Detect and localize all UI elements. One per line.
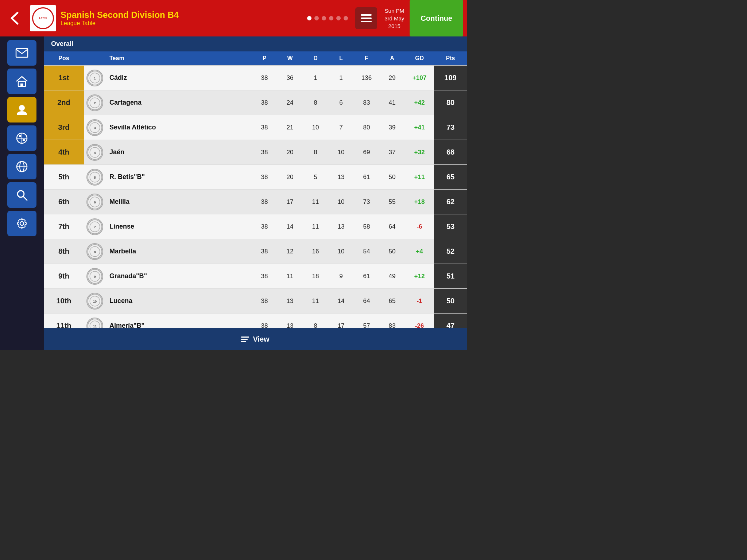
stat-f: 58	[354, 223, 379, 230]
stat-pts: 68	[434, 140, 467, 164]
table-row[interactable]: 10th 10 Lucena 38 13 11 14 64 65 -1 50	[44, 289, 467, 314]
main-layout: Overall Pos Team P W D L F A GD Pts 1st	[0, 36, 467, 350]
pos-cell: 10th	[44, 289, 84, 313]
svg-rect-8	[23, 139, 25, 141]
table-row[interactable]: 11th 11 Almería"B" 38 13 8 17 57 83 -26 …	[44, 314, 467, 328]
stat-d: 1	[303, 74, 328, 82]
stat-a: 55	[379, 198, 405, 206]
logo-cell: 10	[84, 293, 106, 310]
page-dot-2[interactable]	[314, 16, 319, 20]
page-dot-3[interactable]	[322, 16, 326, 20]
view-button[interactable]: View	[241, 335, 269, 343]
svg-line-13	[23, 197, 27, 200]
stat-l: 10	[328, 149, 354, 156]
stat-a: 41	[379, 99, 405, 106]
team-name: Granada"B"	[106, 272, 252, 280]
header-pts: Pts	[434, 55, 467, 62]
pos-cell: 5th	[44, 165, 84, 189]
footer[interactable]: View	[44, 328, 467, 350]
stat-l: 9	[328, 273, 354, 280]
header-f: F	[354, 55, 379, 62]
stat-p: 38	[252, 198, 277, 206]
table-row[interactable]: 5th 5 R. Betis"B" 38 20 5 13 61 50 +11 6…	[44, 165, 467, 190]
column-headers: Pos Team P W D L F A GD Pts	[44, 51, 467, 66]
stat-p: 38	[252, 174, 277, 181]
stat-gd: +11	[405, 174, 434, 181]
stat-pts: 109	[434, 66, 467, 90]
stat-pts: 53	[434, 214, 467, 239]
sidebar-item-team[interactable]	[7, 97, 36, 122]
team-badge: 6	[86, 194, 103, 210]
stat-l: 6	[328, 99, 354, 106]
stat-w: 11	[277, 273, 303, 280]
menu-button[interactable]	[355, 7, 377, 29]
stat-a: 65	[379, 298, 405, 305]
stat-l: 13	[328, 174, 354, 181]
date-block: Sun PM 3rd May 2015	[384, 7, 404, 30]
sidebar-item-settings[interactable]	[7, 211, 36, 236]
sidebar-item-tactics[interactable]	[7, 125, 36, 151]
view-label: View	[253, 335, 269, 343]
overall-label: Overall	[44, 36, 467, 51]
table-row[interactable]: 4th 4 Jaén 38 20 8 10 69 37 +32 68	[44, 140, 467, 165]
sidebar-item-world[interactable]	[7, 154, 36, 179]
stat-a: 50	[379, 174, 405, 181]
table-row[interactable]: 8th 8 Marbella 38 12 16 10 54 50 +4 52	[44, 239, 467, 264]
pos-cell: 7th	[44, 214, 84, 239]
stat-f: 80	[354, 124, 379, 131]
sidebar-item-mail[interactable]	[7, 40, 36, 66]
view-icon	[241, 337, 249, 342]
sidebar-item-home[interactable]	[7, 69, 36, 94]
table-row[interactable]: 7th 7 Linense 38 14 11 13 58 64 -6 53	[44, 214, 467, 239]
team-name: Cartagena	[106, 99, 252, 106]
team-name: Linense	[106, 223, 252, 230]
stat-p: 38	[252, 248, 277, 255]
header-pos: Pos	[44, 55, 84, 62]
stat-d: 10	[303, 124, 328, 131]
table-row[interactable]: 6th 6 Melilla 38 17 11 10 73 55 +18 62	[44, 190, 467, 214]
stat-l: 7	[328, 124, 354, 131]
back-button[interactable]	[4, 7, 26, 29]
continue-button[interactable]: Continue	[410, 0, 463, 36]
page-dot-5[interactable]	[336, 16, 341, 20]
stat-a: 83	[379, 322, 405, 328]
logo-cell: 11	[84, 318, 106, 328]
sidebar-item-search[interactable]	[7, 182, 36, 208]
stat-f: 61	[354, 174, 379, 181]
header-team: Team	[106, 55, 252, 62]
stat-d: 5	[303, 174, 328, 181]
stat-pts: 62	[434, 190, 467, 214]
team-badge: 8	[86, 243, 103, 260]
stat-l: 10	[328, 198, 354, 206]
stat-p: 38	[252, 124, 277, 131]
page-dot-1[interactable]	[307, 16, 311, 20]
stat-d: 8	[303, 149, 328, 156]
page-dot-6[interactable]	[344, 16, 348, 20]
svg-text:6: 6	[94, 200, 96, 204]
stat-d: 11	[303, 223, 328, 230]
header-a: A	[379, 55, 405, 62]
svg-text:9: 9	[94, 275, 96, 278]
team-name: Melilla	[106, 198, 252, 206]
stat-l: 13	[328, 223, 354, 230]
stat-d: 8	[303, 99, 328, 106]
svg-text:1: 1	[94, 76, 96, 80]
header-gd: GD	[405, 55, 434, 62]
stat-f: 136	[354, 74, 379, 82]
team-name: Marbella	[106, 248, 252, 255]
table-row[interactable]: 3rd 3 Sevilla Atlético 38 21 10 7 80 39 …	[44, 115, 467, 140]
team-badge: 9	[86, 268, 103, 285]
team-name: Cádiz	[106, 74, 252, 82]
page-dot-4[interactable]	[329, 16, 333, 20]
stat-pts: 50	[434, 289, 467, 313]
stat-pts: 51	[434, 264, 467, 288]
table-row[interactable]: 2nd 2 Cartagena 38 24 8 6 83 41 +42 80	[44, 90, 467, 115]
table-row[interactable]: 1st 1 Cádiz 38 36 1 1 136 29 +107 109	[44, 66, 467, 90]
league-table: Overall Pos Team P W D L F A GD Pts 1st	[44, 36, 467, 328]
logo-cell: 6	[84, 194, 106, 210]
stat-gd: -1	[405, 298, 434, 305]
stat-gd: +32	[405, 149, 434, 156]
svg-rect-2	[20, 83, 23, 86]
header-p: P	[252, 55, 277, 62]
table-row[interactable]: 9th 9 Granada"B" 38 11 18 9 61 49 +12 51	[44, 264, 467, 289]
